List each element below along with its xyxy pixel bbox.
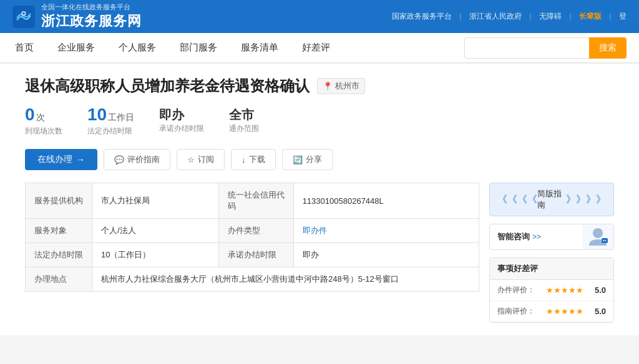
- consult-avatar-icon: [587, 226, 609, 248]
- info-table: 服务提供机构 市人力社保局 统一社会信用代码 11330100580267448…: [25, 183, 479, 292]
- national-platform-link[interactable]: 国家政务服务平台: [392, 11, 452, 22]
- arrow-icon: →: [76, 155, 85, 165]
- page-title-row: 退休高级职称人员增加养老金待遇资格确认 📍 杭州市: [25, 76, 614, 96]
- accessibility-link[interactable]: 无障碍: [539, 11, 562, 22]
- logo-icon: [12, 6, 35, 28]
- stat-workdays-label: 法定办结时限: [87, 126, 134, 136]
- nav-home[interactable]: 首页: [12, 33, 36, 63]
- value-target: 个人/法人: [92, 219, 219, 243]
- header-top: 全国一体化在线政务服务平台 浙江政务服务网 国家政务服务平台 ｜ 浙江省人民政府…: [0, 0, 639, 33]
- stat-workdays-num: 10: [87, 105, 107, 124]
- value-case-type[interactable]: 即办件: [293, 219, 479, 243]
- logo-area: 全国一体化在线政务服务平台 浙江政务服务网: [12, 2, 142, 31]
- share-button[interactable]: 🔄 分享: [282, 149, 333, 170]
- nav-enterprise[interactable]: 企业服务: [55, 33, 97, 63]
- subscribe-label: 订阅: [198, 154, 214, 165]
- label-provider: 服务提供机构: [26, 183, 92, 219]
- download-icon: ↓: [241, 155, 246, 165]
- guide-left-nav[interactable]: 《《《《: [497, 193, 537, 206]
- nav-service-list[interactable]: 服务清单: [238, 33, 281, 63]
- guide-title: 简版指南: [537, 188, 566, 211]
- table-row: 法定办结时限 10（工作日） 承诺办结时限 即办: [26, 243, 479, 267]
- logo-text-area: 全国一体化在线政务服务平台 浙江政务服务网: [41, 2, 142, 31]
- stat-visits-unit: 次: [36, 112, 45, 122]
- stat-immediate-num: 即办: [159, 108, 184, 122]
- star-icon: ☆: [187, 155, 195, 165]
- value-promise-limit: 即办: [293, 243, 479, 267]
- consult-row: 智能咨询 >>: [490, 224, 613, 249]
- guide-rating-score: 5.0: [595, 307, 606, 316]
- stats-row: 0次 到现场次数 10工作日 法定办结时限 即办 承诺办结时限 全市 通办范围: [25, 106, 614, 136]
- nav-personal[interactable]: 个人服务: [116, 33, 159, 63]
- stat-visits-num: 0: [25, 105, 35, 124]
- download-label: 下载: [249, 154, 265, 165]
- header: 全国一体化在线政务服务平台 浙江政务服务网 国家政务服务平台 ｜ 浙江省人民政府…: [0, 0, 639, 64]
- header-top-right: 国家政务服务平台 ｜ 浙江省人民政府 ｜ 无障碍 ｜ 长辈版 ｜ 登: [392, 11, 627, 22]
- label-case-type: 办件类型: [218, 219, 293, 243]
- logo-title: 浙江政务服务网: [41, 12, 142, 31]
- value-credit-code: 11330100580267448L: [293, 183, 479, 219]
- download-button[interactable]: ↓ 下载: [231, 149, 276, 170]
- value-provider: 市人力社保局: [92, 183, 219, 219]
- guide-review-label: 评价指南: [127, 154, 160, 165]
- stat-visits-label: 到现场次数: [25, 126, 62, 136]
- elderly-version-link[interactable]: 长辈版: [579, 11, 602, 22]
- city-tag[interactable]: 📍 杭州市: [317, 78, 365, 94]
- value-location: 杭州市人力社保综合服务大厅（杭州市上城区小营街道中河中路248号）5-12号窗口: [92, 267, 479, 292]
- chat-icon: 💬: [114, 155, 124, 165]
- stat-workdays: 10工作日 法定办结时限: [87, 106, 134, 136]
- city-name: 杭州市: [335, 80, 359, 92]
- consult-panel[interactable]: 智能咨询 >>: [489, 224, 614, 250]
- stat-scope-label: 通办范围: [229, 123, 259, 134]
- nav-items: 首页 企业服务 个人服务 部门服务 服务清单 好差评: [12, 33, 464, 63]
- stat-workdays-unit: 工作日: [108, 112, 134, 122]
- page-title: 退休高级职称人员增加养老金待遇资格确认: [25, 76, 310, 96]
- svg-point-5: [605, 240, 606, 241]
- share-label: 分享: [306, 154, 322, 165]
- online-handle-button[interactable]: 在线办理 →: [25, 149, 97, 170]
- nav-department[interactable]: 部门服务: [177, 33, 220, 63]
- rating-row-office: 办件评价： ★★★★★ 5.0: [490, 280, 613, 301]
- table-row: 服务对象 个人/法人 办件类型 即办件: [26, 219, 479, 243]
- rating-panel: 事项好差评 办件评价： ★★★★★ 5.0 指南评价： ★★★★★ 5.0: [489, 257, 614, 323]
- logo-subtitle: 全国一体化在线政务服务平台: [41, 2, 142, 12]
- search-input[interactable]: [464, 37, 589, 59]
- rating-header: 事项好差评: [490, 258, 613, 280]
- consult-title: 智能咨询: [497, 232, 530, 241]
- login-link[interactable]: 登: [619, 11, 627, 22]
- office-rating-stars: ★★★★★: [546, 285, 583, 295]
- stat-immediate-label: 承诺办结时限: [159, 123, 204, 134]
- nav-rating[interactable]: 好差评: [300, 33, 333, 63]
- consult-icon-area: [582, 224, 613, 249]
- search-button[interactable]: 搜索: [589, 37, 627, 59]
- label-location: 办理地点: [26, 267, 92, 292]
- share-icon: 🔄: [293, 155, 303, 165]
- label-legal-limit: 法定办结时限: [26, 243, 92, 267]
- svg-point-4: [603, 240, 604, 241]
- label-target: 服务对象: [26, 219, 92, 243]
- stat-immediate: 即办 承诺办结时限: [159, 106, 204, 136]
- label-credit-code: 统一社会信用代码: [218, 183, 293, 219]
- subscribe-button[interactable]: ☆ 订阅: [177, 149, 225, 170]
- provincial-gov-link[interactable]: 浙江省人民政府: [469, 11, 522, 22]
- guide-review-button[interactable]: 💬 评价指南: [104, 149, 170, 170]
- left-panel: 服务提供机构 市人力社保局 统一社会信用代码 11330100580267448…: [25, 183, 479, 323]
- guide-rating-label: 指南评价：: [497, 306, 535, 317]
- guide-panel: 《《《《 简版指南 》》》》: [489, 183, 614, 216]
- main-content: 退休高级职称人员增加养老金待遇资格确认 📍 杭州市 0次 到现场次数 10工作日…: [0, 64, 639, 335]
- office-rating-label: 办件评价：: [497, 285, 535, 295]
- label-promise-limit: 承诺办结时限: [218, 243, 293, 267]
- rating-row-guide: 指南评价： ★★★★★ 5.0: [490, 301, 613, 322]
- guide-right-nav[interactable]: 》》》》: [566, 193, 606, 206]
- action-bar: 在线办理 → 💬 评价指南 ☆ 订阅 ↓ 下载 🔄 分享: [25, 149, 614, 170]
- main-nav: 首页 企业服务 个人服务 部门服务 服务清单 好差评 搜索: [0, 33, 639, 63]
- svg-rect-0: [12, 6, 35, 28]
- table-row: 服务提供机构 市人力社保局 统一社会信用代码 11330100580267448…: [26, 183, 479, 219]
- svg-point-2: [593, 228, 603, 238]
- search-area: 搜索: [464, 37, 627, 59]
- online-handle-label: 在线办理: [37, 154, 72, 165]
- stat-scope-num: 全市: [229, 108, 254, 122]
- main-layout: 服务提供机构 市人力社保局 统一社会信用代码 11330100580267448…: [25, 183, 614, 323]
- guide-rating-stars: ★★★★★: [546, 307, 583, 316]
- city-pin-icon: 📍: [323, 82, 333, 91]
